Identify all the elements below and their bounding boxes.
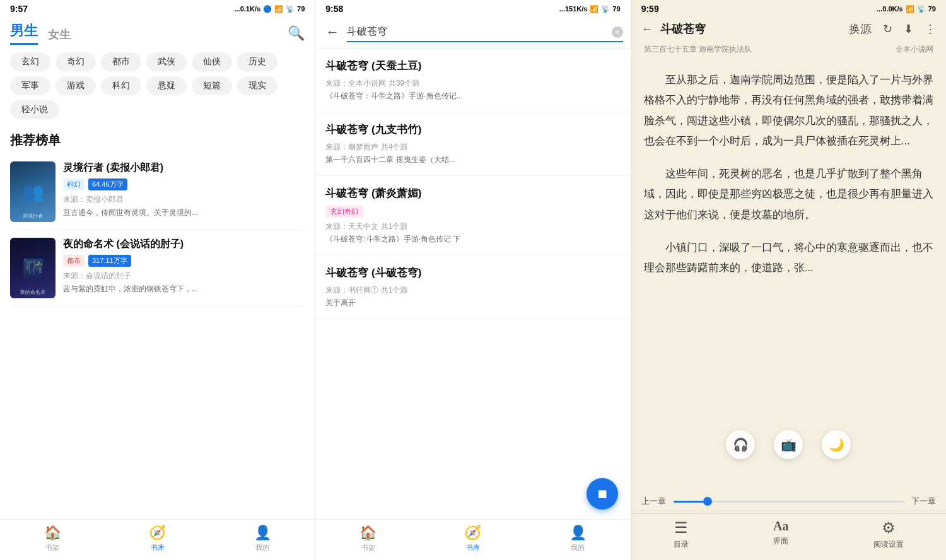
genre-xianshi[interactable]: 现实	[237, 76, 277, 95]
book-info-1: 灵境行者 (卖报小郎君) 科幻 64.46万字 来源：卖报小郎君 亘古通今，传闻…	[63, 161, 305, 222]
search-result-1[interactable]: 斗破苍穹 (天蚕土豆) 来源：全本小说网 共39个源 《斗破苍穹：斗帝之路》手游…	[315, 49, 630, 112]
genre-youxi[interactable]: 游戏	[55, 76, 96, 95]
nav-label-library: 书库	[151, 543, 165, 552]
search-result-4[interactable]: 斗破苍穹 (斗破苍穹) 来源：书轩网① 共1个源 关于离开	[315, 255, 630, 319]
status-bar-1: 9:57 ...0.1K/s 🔵 📶 📡 79	[0, 0, 315, 16]
search-results: 斗破苍穹 (天蚕土豆) 来源：全本小说网 共39个源 《斗破苍穹：斗帝之路》手游…	[315, 49, 630, 519]
genre-junshi[interactable]: 军事	[10, 76, 50, 95]
book-item-1[interactable]: 👥 灵境行者 灵境行者 (卖报小郎君) 科幻 64.46万字 来源：卖报小郎君 …	[10, 154, 305, 230]
fab-button[interactable]: ⏹	[587, 478, 618, 510]
library-icon: 🧭	[149, 525, 166, 541]
genre-xuanyi[interactable]: 悬疑	[146, 76, 187, 95]
nav-bookshelf-2[interactable]: 🏠 书架	[315, 525, 420, 552]
progress-dot	[703, 497, 712, 506]
chapter-info: 第三百七十五章 迦南学院执法队 全本小说网	[631, 42, 946, 60]
panel-reading: 9:59 ...0.0K/s 📶 📡 79 ← 斗破苍穹 换源 ↻ ⬇ ⋮ 第三…	[631, 0, 946, 560]
search-input-wrap: ✕	[347, 22, 622, 42]
tag-xuanhuan: 玄幻奇幻	[325, 206, 363, 218]
progress-bar[interactable]	[674, 501, 904, 503]
bottom-nav-1: 🏠 书架 🧭 书库 👤 我的	[0, 519, 315, 560]
tab-male[interactable]: 男生	[10, 21, 38, 45]
status-icons-1: ...0.1K/s 🔵 📶 📡 79	[235, 5, 305, 13]
search-result-3[interactable]: 斗破苍穹 (萧炎萧媚) 玄幻奇幻 来源：天天中文 共1个源 《斗破苍穹:斗帝之路…	[315, 176, 630, 255]
nav-profile-2[interactable]: 👤 我的	[525, 525, 630, 552]
chapter-title: 第三百七十五章 迦南学院执法队	[644, 44, 752, 55]
genre-grid: 玄幻 奇幻 都市 武侠 仙侠 历史 军事 游戏 科幻 悬疑 短篇 现实 轻小说	[0, 47, 315, 124]
library-icon-2: 🧭	[464, 525, 481, 541]
search-icon[interactable]: 🔍	[288, 25, 305, 42]
network-speed-3: ...0.0K/s	[877, 5, 903, 13]
bottom-nav-2: 🏠 书架 🧭 书库 👤 我的	[315, 519, 630, 560]
panel-library: 9:57 ...0.1K/s 🔵 📶 📡 79 男生 女生 🔍 玄幻 奇幻 都市…	[0, 0, 315, 560]
book-item-2[interactable]: 🌃 夜的命名术 夜的命名术 (会说话的肘子) 都市 317.11万字 来源：会说…	[10, 230, 305, 306]
toc-btn[interactable]: ☰ 目录	[674, 519, 689, 550]
interface-icon: Aa	[773, 519, 788, 534]
result-source-4: 来源：书轩网① 共1个源	[325, 285, 620, 296]
nav-library-2[interactable]: 🧭 书库	[421, 525, 525, 552]
book-cover-1: 👥 灵境行者	[10, 161, 55, 222]
toc-label: 目录	[674, 539, 689, 550]
signal-icon-2: 📶	[590, 5, 599, 13]
tag-genre-1: 科幻	[63, 178, 85, 190]
back-button[interactable]: ←	[323, 21, 342, 43]
read-settings-btn[interactable]: ⚙ 阅读设置	[873, 519, 904, 550]
result-title-3: 斗破苍穹 (萧炎萧媚)	[325, 186, 620, 201]
change-source-btn[interactable]: 换源	[849, 21, 872, 37]
genre-qihuan[interactable]: 奇幻	[55, 52, 96, 71]
interface-btn[interactable]: Aa 界面	[773, 519, 788, 550]
reading-para-3: 小镇门口，深吸了一口气，将心中的寒意驱逐而出，也不理会那些踌躇前来的，使道路，张…	[644, 238, 933, 279]
battery-2: 79	[612, 5, 620, 13]
float-settings-btn[interactable]: 🌙	[822, 430, 851, 459]
reading-title: 斗破苍穹	[660, 21, 706, 37]
time-3: 9:59	[641, 4, 659, 14]
refresh-btn[interactable]: ↻	[883, 22, 892, 36]
book-cover-2: 🌃 夜的命名术	[10, 238, 55, 298]
result-desc-4: 关于离开	[325, 298, 620, 308]
float-audio-btn[interactable]: 🎧	[726, 430, 755, 459]
reading-para-2: 这些年间，死灵树的恶名，也是几乎扩散到了整个黑角域，因此，即使是那些穷凶极恶之徒…	[644, 164, 933, 225]
genre-kehuan[interactable]: 科幻	[101, 76, 141, 95]
nav-profile[interactable]: 👤 我的	[210, 525, 315, 552]
genre-xuanhuan[interactable]: 玄幻	[10, 52, 50, 71]
tab-female[interactable]: 女生	[48, 27, 71, 45]
prev-chapter-btn[interactable]: 上一章	[641, 496, 666, 507]
nav-label-bookshelf: 书架	[45, 543, 59, 552]
more-btn[interactable]: ⋮	[925, 22, 936, 36]
book-desc-1: 亘古通今，传闻世有灵境。关于灵境的...	[63, 207, 305, 218]
next-chapter-btn[interactable]: 下一章	[911, 496, 936, 507]
search-header: ← ✕	[315, 16, 630, 49]
float-screen-btn[interactable]: 📺	[774, 430, 803, 459]
status-bar-3: 9:59 ...0.0K/s 📶 📡 79	[631, 0, 946, 16]
status-icons-2: ...151K/s 📶 📡 79	[559, 5, 621, 13]
gender-tabs: 男生 女生	[10, 21, 71, 45]
download-btn[interactable]: ⬇	[904, 22, 913, 36]
nav-label-profile: 我的	[255, 543, 269, 552]
search-clear-button[interactable]: ✕	[612, 26, 623, 38]
recommended-section-title: 推荐榜单	[0, 124, 315, 154]
book-title-2: 夜的命名术 (会说话的肘子)	[63, 238, 305, 251]
result-source-2: 来源：幽梦雨声 共4个源	[325, 142, 620, 153]
nav-library[interactable]: 🧭 书库	[105, 525, 209, 552]
book-list: 👥 灵境行者 灵境行者 (卖报小郎君) 科幻 64.46万字 来源：卖报小郎君 …	[0, 154, 315, 519]
genre-wuxia[interactable]: 武侠	[146, 52, 187, 71]
back-button-reading[interactable]: ←	[641, 23, 653, 36]
nav-profile-label-2: 我的	[571, 543, 585, 552]
battery-3: 79	[928, 5, 936, 13]
genre-qingxiaoshuo[interactable]: 轻小说	[10, 100, 59, 119]
result-title-1: 斗破苍穹 (天蚕土豆)	[325, 59, 620, 73]
genre-xianxia[interactable]: 仙侠	[192, 52, 232, 71]
interface-label: 界面	[773, 536, 788, 547]
reading-content[interactable]: 至从那之后，迦南学院周边范围，便是陷入了一片与外界格格不入的宁静地带，再没有任何…	[631, 60, 946, 489]
signal-icon: 📶	[274, 5, 283, 13]
network-speed-2: ...151K/s	[559, 5, 588, 13]
book-tags-2: 都市 317.11万字	[63, 255, 305, 267]
genre-lishi[interactable]: 历史	[237, 52, 277, 71]
result-title-4: 斗破苍穹 (斗破苍穹)	[325, 265, 620, 280]
book-desc-2: 蓝与紫的霓虹中，浓密的钢铁苍穹下，...	[63, 284, 305, 295]
genre-duanpian[interactable]: 短篇	[192, 76, 232, 95]
reading-toolbar: ☰ 目录 Aa 界面 ⚙ 阅读设置	[631, 513, 946, 560]
search-input[interactable]	[347, 22, 622, 42]
search-result-2[interactable]: 斗破苍穹 (九支书竹) 来源：幽梦雨声 共4个源 第一千六百四十二章 摇曳生姿（…	[315, 112, 630, 176]
nav-bookshelf[interactable]: 🏠 书架	[0, 525, 105, 552]
genre-dushi[interactable]: 都市	[101, 52, 141, 71]
